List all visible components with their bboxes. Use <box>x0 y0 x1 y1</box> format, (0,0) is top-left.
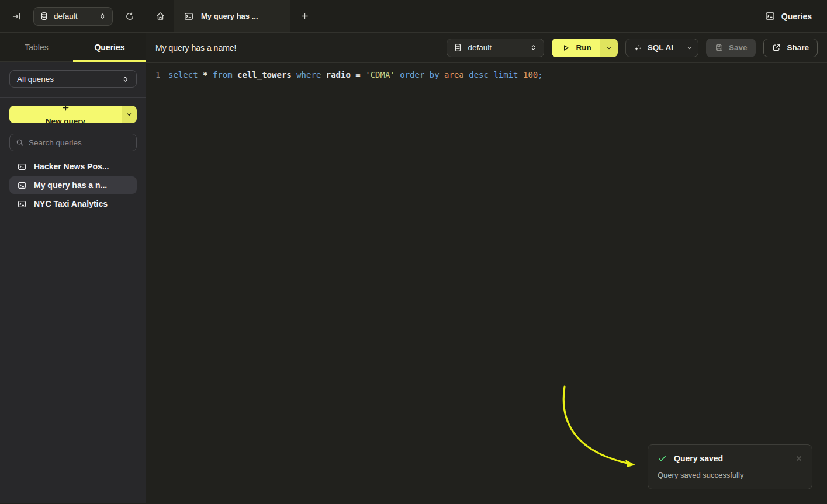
sidebar-body: All queries New query <box>0 62 146 503</box>
chevron-down-icon <box>126 111 133 118</box>
sql-token: 'CDMA' <box>365 70 400 79</box>
sql-token: from <box>213 70 237 79</box>
new-query-label: New query <box>46 117 85 124</box>
home-icon <box>155 11 165 21</box>
new-query-dropdown[interactable] <box>122 106 137 123</box>
tab-my-query[interactable]: My query has ... <box>174 0 290 32</box>
database-icon <box>40 12 49 20</box>
sql-token: desc <box>469 70 493 79</box>
query-item-label: Hacker News Pos... <box>34 162 109 171</box>
database-selector-value: default <box>468 43 524 52</box>
save-label: Save <box>729 43 748 52</box>
chevron-updown-icon <box>530 44 537 51</box>
tab-strip: My query has ... Queries <box>146 0 827 32</box>
save-button[interactable]: Save <box>706 39 756 57</box>
collapse-sidebar-button[interactable] <box>8 8 25 25</box>
query-toolbar: default Run <box>447 39 818 57</box>
query-terminal-icon <box>18 181 26 190</box>
database-selector[interactable]: default <box>447 39 544 57</box>
query-item-label: My query has a n... <box>34 180 107 190</box>
topbar-left-section: default <box>0 0 146 32</box>
new-tab-button[interactable] <box>290 0 319 32</box>
query-filter-value: All queries <box>17 75 54 84</box>
chevron-down-icon <box>605 44 613 51</box>
new-query-main[interactable]: New query <box>9 106 122 123</box>
plus-icon <box>300 12 309 20</box>
query-list-item-hacker-news[interactable]: Hacker News Pos... <box>9 158 137 175</box>
plus-icon <box>62 106 70 112</box>
query-title: My query has a name! <box>155 43 237 53</box>
sidebar-divider <box>0 97 146 98</box>
run-dropdown[interactable] <box>600 39 618 57</box>
query-header: My query has a name! default <box>146 33 827 63</box>
sidebar-tab-bar: Tables Queries <box>0 33 146 62</box>
sidebar: Tables Queries All queries <box>0 33 146 503</box>
query-item-label: NYC Taxi Analytics <box>34 199 108 208</box>
chevron-updown-icon <box>99 12 106 20</box>
app-shell: Tables Queries All queries <box>0 33 827 503</box>
tab-title: My query has ... <box>201 12 258 20</box>
query-list-item-my-query[interactable]: My query has a n... <box>9 176 137 194</box>
sql-token: ; <box>538 70 542 79</box>
save-floppy-icon <box>715 43 724 52</box>
query-saved-toast: Query saved Query saved successfully <box>648 444 812 489</box>
database-selector[interactable]: default <box>33 7 113 26</box>
sql-editor[interactable]: 1 select * from cell_towers where radio … <box>146 63 827 503</box>
sql-token: * <box>203 70 213 79</box>
sql-ai-label: SQL AI <box>648 43 673 52</box>
code-line: 1 select * from cell_towers where radio … <box>146 69 827 81</box>
share-button[interactable]: Share <box>763 39 818 57</box>
sql-token: limit <box>493 70 523 79</box>
run-label: Run <box>576 43 591 52</box>
text-cursor <box>544 70 545 79</box>
database-selector-value: default <box>54 12 94 20</box>
query-list: Hacker News Pos... My query has a n... <box>9 158 137 213</box>
share-icon <box>772 43 781 52</box>
sql-token: area <box>444 70 469 79</box>
sql-ai-button[interactable]: SQL AI <box>625 39 698 57</box>
queries-context-label: Queries <box>765 0 827 32</box>
main-panel: My query has a name! default <box>146 33 827 503</box>
sql-token: cell_towers <box>237 70 296 79</box>
query-terminal-icon <box>18 162 26 171</box>
queries-label-text: Queries <box>781 12 812 21</box>
sparkles-icon <box>634 43 642 52</box>
check-icon <box>658 454 667 463</box>
sql-token: order by <box>400 70 444 79</box>
sql-token: select <box>168 70 203 79</box>
toast-close-button[interactable] <box>795 455 802 462</box>
run-button[interactable]: Run <box>552 39 617 57</box>
query-list-item-nyc-taxi[interactable]: NYC Taxi Analytics <box>9 195 137 213</box>
search-icon <box>16 138 24 147</box>
toast-message: Query saved successfully <box>658 471 802 479</box>
chevron-down-icon <box>686 44 693 51</box>
sql-ai-dropdown[interactable] <box>681 39 698 57</box>
queries-terminal-icon <box>765 11 775 21</box>
tab-queries[interactable]: Queries <box>73 33 146 61</box>
refresh-button[interactable] <box>122 8 138 25</box>
chevron-updown-icon <box>122 75 129 83</box>
sql-token: = <box>355 70 365 79</box>
search-queries-box <box>9 134 137 151</box>
run-button-main[interactable]: Run <box>552 39 600 57</box>
sql-code: select * from cell_towers where radio = … <box>168 69 544 81</box>
collapse-sidebar-icon <box>12 12 21 21</box>
new-query-button[interactable]: New query <box>9 106 137 123</box>
query-filter-select[interactable]: All queries <box>9 70 137 88</box>
tab-tables[interactable]: Tables <box>0 33 73 61</box>
toast-title: Query saved <box>674 454 788 463</box>
sql-token: radio <box>326 70 356 79</box>
play-icon <box>562 44 570 52</box>
sql-token: 100 <box>523 70 538 79</box>
sql-token: where <box>296 70 326 79</box>
toast-header: Query saved <box>658 454 802 463</box>
share-label: Share <box>787 43 809 52</box>
query-terminal-icon <box>18 200 26 208</box>
database-icon <box>454 43 462 52</box>
sql-ai-main[interactable]: SQL AI <box>626 39 681 57</box>
home-button[interactable] <box>146 0 174 32</box>
search-queries-input[interactable] <box>29 138 130 147</box>
top-bar: default <box>0 0 827 33</box>
query-terminal-icon <box>184 12 193 21</box>
line-number: 1 <box>146 69 168 81</box>
